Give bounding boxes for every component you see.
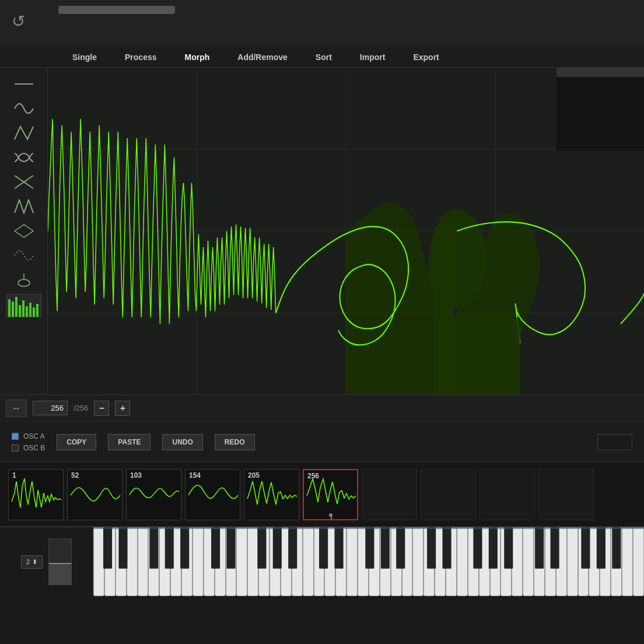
white-key[interactable]	[589, 527, 600, 596]
white-key[interactable]	[346, 527, 358, 596]
sidebar-item-swave[interactable]	[6, 147, 41, 168]
sidebar-item-arrow[interactable]	[6, 220, 41, 242]
thumbnail-52[interactable]: 52	[67, 469, 123, 520]
white-keys	[93, 527, 644, 596]
plus-button[interactable]: +	[115, 401, 130, 416]
osc-a-checkbox[interactable]	[12, 433, 19, 440]
white-key[interactable]	[633, 527, 644, 596]
osc-b-checkbox[interactable]	[12, 444, 19, 452]
sidebar-item-zigzag[interactable]	[6, 123, 41, 144]
white-key[interactable]	[138, 527, 149, 596]
white-key[interactable]	[534, 527, 545, 596]
tab-import[interactable]: Import	[346, 49, 400, 65]
white-key[interactable]	[335, 527, 346, 596]
white-key[interactable]	[314, 527, 325, 596]
sidebar-item-x[interactable]	[6, 172, 41, 192]
sidebar-item-dotted[interactable]	[6, 245, 41, 266]
tab-morph[interactable]: Morph	[171, 49, 224, 65]
sidebar-item-chevron[interactable]	[6, 196, 41, 217]
white-key[interactable]	[512, 527, 523, 596]
white-key[interactable]	[292, 527, 303, 596]
svg-rect-13	[36, 304, 38, 317]
white-key[interactable]	[93, 527, 104, 596]
tab-addremove[interactable]: Add/Remove	[223, 49, 302, 65]
thumbnail-154[interactable]: 154	[185, 469, 240, 520]
white-key[interactable]	[391, 527, 402, 596]
frame-number-input[interactable]	[33, 401, 68, 415]
white-key[interactable]	[402, 527, 413, 596]
white-key[interactable]	[148, 527, 159, 596]
white-key[interactable]	[281, 527, 292, 596]
white-key[interactable]	[247, 527, 258, 596]
white-key[interactable]	[412, 527, 424, 596]
white-key[interactable]	[104, 527, 116, 596]
minus-button[interactable]: −	[94, 401, 109, 416]
white-key[interactable]	[270, 527, 281, 596]
piano-keyboard[interactable]: // Inline SVG generation not needed - us…	[93, 527, 644, 596]
white-key[interactable]	[501, 527, 512, 596]
redo-button[interactable]: REDO	[215, 434, 255, 450]
sidebar-item-sine[interactable]	[6, 98, 41, 119]
white-key[interactable]	[236, 527, 247, 596]
pitch-slider[interactable]	[48, 538, 72, 585]
white-key[interactable]	[600, 527, 611, 596]
white-key[interactable]	[303, 527, 314, 596]
octave-value: 2	[26, 558, 30, 565]
white-key[interactable]	[435, 527, 446, 596]
thumbnail-1[interactable]: 1	[8, 469, 64, 520]
white-key[interactable]	[545, 527, 556, 596]
white-key[interactable]	[622, 527, 633, 596]
white-key[interactable]	[258, 527, 270, 596]
thumbnail-205[interactable]: 205	[244, 469, 299, 520]
white-key[interactable]	[490, 527, 501, 596]
white-key[interactable]	[159, 527, 170, 596]
thumb-103-label: 103	[130, 471, 142, 480]
svg-rect-6	[12, 302, 14, 317]
white-key[interactable]	[457, 527, 468, 596]
zoom-icon[interactable]: ↔	[6, 400, 27, 417]
white-key[interactable]	[369, 527, 380, 596]
white-key[interactable]	[116, 527, 127, 596]
white-key[interactable]	[556, 527, 567, 596]
svg-rect-12	[33, 307, 35, 317]
paste-button[interactable]: PASTE	[108, 434, 150, 450]
copy-button[interactable]: COPY	[57, 434, 96, 450]
thumbnail-256[interactable]: 256	[303, 469, 358, 520]
white-key[interactable]	[215, 527, 226, 596]
white-key[interactable]	[611, 527, 622, 596]
tab-export[interactable]: Export	[399, 49, 453, 65]
white-key[interactable]	[446, 527, 457, 596]
white-key[interactable]	[204, 527, 215, 596]
svg-rect-9	[22, 300, 24, 317]
waveform-display[interactable]	[48, 68, 644, 394]
waveform-scrollbar[interactable]	[556, 68, 644, 77]
osc-right-input[interactable]	[597, 434, 632, 450]
thumb-256-label: 256	[307, 472, 319, 480]
thumbnail-103[interactable]: 103	[126, 469, 181, 520]
white-key[interactable]	[380, 527, 391, 596]
sidebar-item-flat[interactable]	[6, 74, 41, 94]
undo-refresh-icon[interactable]: ↺	[12, 12, 35, 35]
tab-sort[interactable]: Sort	[302, 49, 346, 65]
white-key[interactable]	[358, 527, 369, 596]
tab-single[interactable]: Single	[58, 49, 111, 65]
tab-process[interactable]: Process	[111, 49, 170, 65]
white-key[interactable]	[523, 527, 534, 596]
white-key[interactable]	[170, 527, 181, 596]
white-key[interactable]	[479, 527, 490, 596]
white-key[interactable]	[192, 527, 204, 596]
sidebar-item-curve[interactable]	[6, 270, 41, 290]
sidebar-item-spectrum[interactable]	[6, 294, 41, 317]
white-key[interactable]	[226, 527, 237, 596]
thumbnails-section: 1 52 103 154 205	[0, 462, 644, 526]
white-key[interactable]	[424, 527, 435, 596]
white-key[interactable]	[578, 527, 589, 596]
white-key[interactable]	[468, 527, 479, 596]
thumbnail-empty-4	[538, 469, 594, 520]
white-key[interactable]	[324, 527, 335, 596]
white-key[interactable]	[127, 527, 138, 596]
white-key[interactable]	[181, 527, 192, 596]
undo-button[interactable]: UNDO	[162, 434, 202, 450]
octave-control[interactable]: 2 ⬍	[21, 555, 43, 569]
white-key[interactable]	[567, 527, 578, 596]
